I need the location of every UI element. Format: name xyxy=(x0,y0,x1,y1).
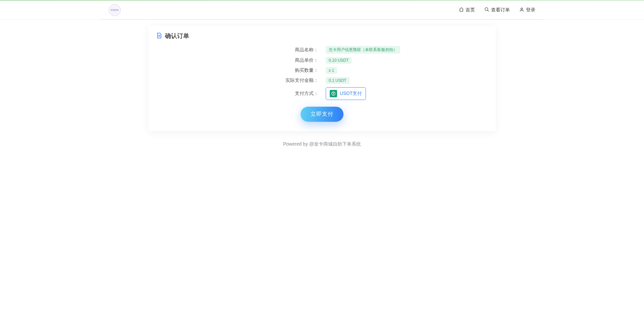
card-header: 确认订单 xyxy=(156,32,488,40)
product-name-badge: 先卡用户信息预留（未联系客服勿拍） xyxy=(326,46,400,54)
order-row-total: 实际支付金额： 0.1 USDT xyxy=(195,77,449,84)
header-wrap: 商城系统 首页 查看订单 登录 xyxy=(0,1,644,20)
payment-value: USDT支付 xyxy=(326,87,449,100)
footer-link[interactable]: @发卡商城自助下单系统 xyxy=(309,141,361,147)
svg-point-1 xyxy=(521,8,523,9)
nav-login-label: 登录 xyxy=(526,7,535,13)
logo[interactable]: 商城系统 xyxy=(109,4,121,16)
payment-method-label: USDT支付 xyxy=(340,91,362,97)
tether-icon xyxy=(330,90,337,97)
logo-mark: 商城系统 xyxy=(111,9,119,11)
order-row-name: 商品名称： 先卡用户信息预留（未联系客服勿拍） xyxy=(195,46,449,54)
order-value: 0.1 USDT xyxy=(326,77,449,84)
qty-badge: x 1 xyxy=(326,67,337,74)
search-icon xyxy=(484,7,489,13)
document-icon xyxy=(156,32,162,40)
card-title: 确认订单 xyxy=(165,32,189,40)
order-row-qty: 购买数量： x 1 xyxy=(195,67,449,74)
order-card: 确认订单 商品名称： 先卡用户信息预留（未联系客服勿拍） 商品单价： 0.10 … xyxy=(148,26,496,131)
order-row-price: 商品单价： 0.10 USDT xyxy=(195,57,449,64)
nav-orders-label: 查看订单 xyxy=(491,7,510,13)
nav-login[interactable]: 登录 xyxy=(519,7,535,13)
order-value: x 1 xyxy=(326,67,449,74)
pay-now-button[interactable]: 立即支付 xyxy=(301,107,343,122)
footer: Powered by @发卡商城自助下单系统 xyxy=(0,141,644,147)
order-label: 实际支付金额： xyxy=(195,77,318,84)
order-value: 先卡用户信息预留（未联系客服勿拍） xyxy=(326,46,449,54)
order-label: 购买数量： xyxy=(195,67,318,73)
svg-point-0 xyxy=(485,7,488,10)
order-label: 商品名称： xyxy=(195,47,318,53)
order-row-payment: 支付方式： USDT支付 xyxy=(195,87,449,100)
order-rows: 商品名称： 先卡用户信息预留（未联系客服勿拍） 商品单价： 0.10 USDT … xyxy=(156,46,488,100)
main-container: 确认订单 商品名称： 先卡用户信息预留（未联系客服勿拍） 商品单价： 0.10 … xyxy=(144,26,500,131)
total-badge: 0.1 USDT xyxy=(326,77,350,84)
payment-label: 支付方式： xyxy=(195,91,318,97)
order-value: 0.10 USDT xyxy=(326,57,449,64)
nav-home[interactable]: 首页 xyxy=(459,7,475,13)
footer-prefix: Powered by xyxy=(283,141,309,147)
nav: 首页 查看订单 登录 xyxy=(459,7,535,13)
nav-orders[interactable]: 查看订单 xyxy=(484,7,510,13)
order-label: 商品单价： xyxy=(195,57,318,63)
header: 商城系统 首页 查看订单 登录 xyxy=(101,1,543,19)
payment-method-usdt[interactable]: USDT支付 xyxy=(326,87,366,100)
submit-wrap: 立即支付 xyxy=(156,107,488,122)
user-icon xyxy=(519,7,524,13)
nav-home-label: 首页 xyxy=(466,7,475,13)
home-icon xyxy=(459,7,464,13)
unit-price-badge: 0.10 USDT xyxy=(326,57,352,64)
